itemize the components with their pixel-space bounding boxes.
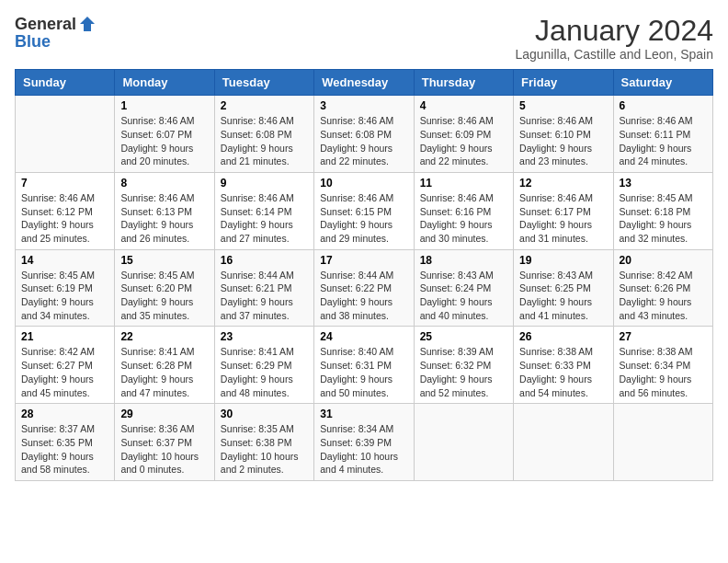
cell-info: Sunrise: 8:38 AMSunset: 6:33 PMDaylight:… bbox=[519, 346, 593, 397]
day-number: 23 bbox=[221, 330, 308, 343]
week-row-4: 21Sunrise: 8:42 AMSunset: 6:27 PMDayligh… bbox=[16, 327, 713, 404]
day-number: 12 bbox=[519, 177, 607, 190]
day-number: 8 bbox=[120, 177, 208, 190]
cell-info: Sunrise: 8:46 AMSunset: 6:16 PMDaylight:… bbox=[420, 192, 494, 244]
day-number: 29 bbox=[120, 408, 208, 420]
day-header-thursday: Thursday bbox=[414, 70, 513, 96]
calendar-cell bbox=[414, 404, 513, 481]
logo-blue: Blue bbox=[15, 32, 51, 51]
cell-info: Sunrise: 8:46 AMSunset: 6:17 PMDaylight:… bbox=[519, 192, 593, 244]
day-number: 2 bbox=[221, 99, 308, 112]
logo-icon bbox=[78, 15, 97, 33]
header-row: SundayMondayTuesdayWednesdayThursdayFrid… bbox=[16, 70, 713, 96]
logo: General Blue bbox=[15, 15, 97, 51]
day-header-saturday: Saturday bbox=[613, 70, 712, 96]
calendar-cell: 23Sunrise: 8:41 AMSunset: 6:29 PMDayligh… bbox=[214, 327, 313, 404]
cell-info: Sunrise: 8:45 AMSunset: 6:19 PMDaylight:… bbox=[21, 270, 95, 321]
calendar-cell: 4Sunrise: 8:46 AMSunset: 6:09 PMDaylight… bbox=[414, 96, 513, 173]
day-number: 17 bbox=[320, 254, 407, 267]
cell-info: Sunrise: 8:45 AMSunset: 6:18 PMDaylight:… bbox=[620, 192, 693, 244]
calendar-cell bbox=[514, 404, 613, 481]
calendar-cell: 25Sunrise: 8:39 AMSunset: 6:32 PMDayligh… bbox=[414, 327, 513, 404]
cell-info: Sunrise: 8:46 AMSunset: 6:12 PMDaylight:… bbox=[21, 192, 95, 244]
day-number: 24 bbox=[320, 330, 407, 343]
day-number: 11 bbox=[420, 177, 507, 190]
title-area: January 2024 Lagunilla, Castille and Leo… bbox=[515, 15, 713, 62]
day-number: 20 bbox=[620, 254, 707, 267]
day-number: 4 bbox=[420, 99, 507, 112]
day-number: 22 bbox=[120, 330, 208, 343]
calendar-cell: 16Sunrise: 8:44 AMSunset: 6:21 PMDayligh… bbox=[214, 249, 313, 327]
day-header-tuesday: Tuesday bbox=[214, 70, 313, 96]
calendar-cell: 18Sunrise: 8:43 AMSunset: 6:24 PMDayligh… bbox=[414, 249, 513, 327]
day-number: 19 bbox=[519, 254, 607, 267]
calendar-cell: 26Sunrise: 8:38 AMSunset: 6:33 PMDayligh… bbox=[514, 327, 613, 404]
cell-info: Sunrise: 8:46 AMSunset: 6:14 PMDaylight:… bbox=[221, 192, 294, 244]
calendar-cell: 21Sunrise: 8:42 AMSunset: 6:27 PMDayligh… bbox=[16, 327, 115, 404]
calendar-cell bbox=[613, 404, 712, 481]
day-number: 16 bbox=[221, 254, 308, 267]
calendar-cell: 11Sunrise: 8:46 AMSunset: 6:16 PMDayligh… bbox=[414, 172, 513, 249]
day-header-monday: Monday bbox=[115, 70, 214, 96]
cell-info: Sunrise: 8:38 AMSunset: 6:34 PMDaylight:… bbox=[620, 346, 693, 397]
cell-info: Sunrise: 8:45 AMSunset: 6:20 PMDaylight:… bbox=[120, 270, 194, 321]
week-row-1: 1Sunrise: 8:46 AMSunset: 6:07 PMDaylight… bbox=[16, 96, 713, 173]
cell-info: Sunrise: 8:39 AMSunset: 6:32 PMDaylight:… bbox=[420, 346, 494, 397]
day-number: 13 bbox=[620, 177, 707, 190]
calendar-cell: 15Sunrise: 8:45 AMSunset: 6:20 PMDayligh… bbox=[115, 249, 214, 327]
calendar-cell: 9Sunrise: 8:46 AMSunset: 6:14 PMDaylight… bbox=[214, 172, 313, 249]
cell-info: Sunrise: 8:46 AMSunset: 6:09 PMDaylight:… bbox=[420, 115, 494, 167]
calendar-cell bbox=[16, 96, 115, 173]
week-row-3: 14Sunrise: 8:45 AMSunset: 6:19 PMDayligh… bbox=[16, 249, 713, 327]
day-header-sunday: Sunday bbox=[16, 70, 115, 96]
cell-info: Sunrise: 8:46 AMSunset: 6:08 PMDaylight:… bbox=[320, 115, 393, 167]
day-number: 14 bbox=[21, 254, 108, 267]
day-number: 10 bbox=[320, 177, 407, 190]
cell-info: Sunrise: 8:46 AMSunset: 6:10 PMDaylight:… bbox=[519, 115, 593, 167]
calendar-cell: 3Sunrise: 8:46 AMSunset: 6:08 PMDaylight… bbox=[314, 96, 414, 173]
cell-info: Sunrise: 8:46 AMSunset: 6:15 PMDaylight:… bbox=[320, 192, 393, 244]
calendar-cell: 31Sunrise: 8:34 AMSunset: 6:39 PMDayligh… bbox=[314, 404, 414, 481]
cell-info: Sunrise: 8:46 AMSunset: 6:08 PMDaylight:… bbox=[221, 115, 294, 167]
day-number: 26 bbox=[519, 330, 607, 343]
calendar-cell: 13Sunrise: 8:45 AMSunset: 6:18 PMDayligh… bbox=[613, 172, 712, 249]
calendar-cell: 19Sunrise: 8:43 AMSunset: 6:25 PMDayligh… bbox=[514, 249, 613, 327]
day-number: 25 bbox=[420, 330, 507, 343]
cell-info: Sunrise: 8:44 AMSunset: 6:22 PMDaylight:… bbox=[320, 270, 393, 321]
cell-info: Sunrise: 8:43 AMSunset: 6:24 PMDaylight:… bbox=[420, 270, 494, 321]
week-row-2: 7Sunrise: 8:46 AMSunset: 6:12 PMDaylight… bbox=[16, 172, 713, 249]
header: General Blue January 2024 Lagunilla, Cas… bbox=[15, 15, 713, 62]
calendar-cell: 14Sunrise: 8:45 AMSunset: 6:19 PMDayligh… bbox=[16, 249, 115, 327]
calendar-cell: 27Sunrise: 8:38 AMSunset: 6:34 PMDayligh… bbox=[613, 327, 712, 404]
day-header-wednesday: Wednesday bbox=[314, 70, 414, 96]
calendar-cell: 5Sunrise: 8:46 AMSunset: 6:10 PMDaylight… bbox=[514, 96, 613, 173]
cell-info: Sunrise: 8:36 AMSunset: 6:37 PMDaylight:… bbox=[120, 423, 199, 475]
cell-info: Sunrise: 8:41 AMSunset: 6:29 PMDaylight:… bbox=[221, 346, 294, 397]
day-number: 9 bbox=[221, 177, 308, 190]
cell-info: Sunrise: 8:41 AMSunset: 6:28 PMDaylight:… bbox=[120, 346, 194, 397]
cell-info: Sunrise: 8:46 AMSunset: 6:07 PMDaylight:… bbox=[120, 115, 194, 167]
calendar-cell: 6Sunrise: 8:46 AMSunset: 6:11 PMDaylight… bbox=[613, 96, 712, 173]
week-row-5: 28Sunrise: 8:37 AMSunset: 6:35 PMDayligh… bbox=[16, 404, 713, 481]
svg-marker-0 bbox=[80, 17, 95, 31]
calendar-cell: 1Sunrise: 8:46 AMSunset: 6:07 PMDaylight… bbox=[115, 96, 214, 173]
calendar-cell: 17Sunrise: 8:44 AMSunset: 6:22 PMDayligh… bbox=[314, 249, 414, 327]
day-number: 3 bbox=[320, 99, 407, 112]
cell-info: Sunrise: 8:42 AMSunset: 6:26 PMDaylight:… bbox=[620, 270, 693, 321]
day-number: 27 bbox=[620, 330, 707, 343]
calendar-cell: 8Sunrise: 8:46 AMSunset: 6:13 PMDaylight… bbox=[115, 172, 214, 249]
cell-info: Sunrise: 8:46 AMSunset: 6:11 PMDaylight:… bbox=[620, 115, 693, 167]
day-number: 15 bbox=[120, 254, 208, 267]
calendar-cell: 10Sunrise: 8:46 AMSunset: 6:15 PMDayligh… bbox=[314, 172, 414, 249]
calendar-cell: 2Sunrise: 8:46 AMSunset: 6:08 PMDaylight… bbox=[214, 96, 313, 173]
day-number: 21 bbox=[21, 330, 108, 343]
calendar-table: SundayMondayTuesdayWednesdayThursdayFrid… bbox=[15, 69, 713, 481]
calendar-cell: 7Sunrise: 8:46 AMSunset: 6:12 PMDaylight… bbox=[16, 172, 115, 249]
day-number: 7 bbox=[21, 177, 108, 190]
calendar-cell: 12Sunrise: 8:46 AMSunset: 6:17 PMDayligh… bbox=[514, 172, 613, 249]
cell-info: Sunrise: 8:46 AMSunset: 6:13 PMDaylight:… bbox=[120, 192, 194, 244]
cell-info: Sunrise: 8:44 AMSunset: 6:21 PMDaylight:… bbox=[221, 270, 294, 321]
calendar-cell: 29Sunrise: 8:36 AMSunset: 6:37 PMDayligh… bbox=[115, 404, 214, 481]
main-title: January 2024 bbox=[515, 15, 713, 47]
day-number: 31 bbox=[320, 408, 407, 420]
